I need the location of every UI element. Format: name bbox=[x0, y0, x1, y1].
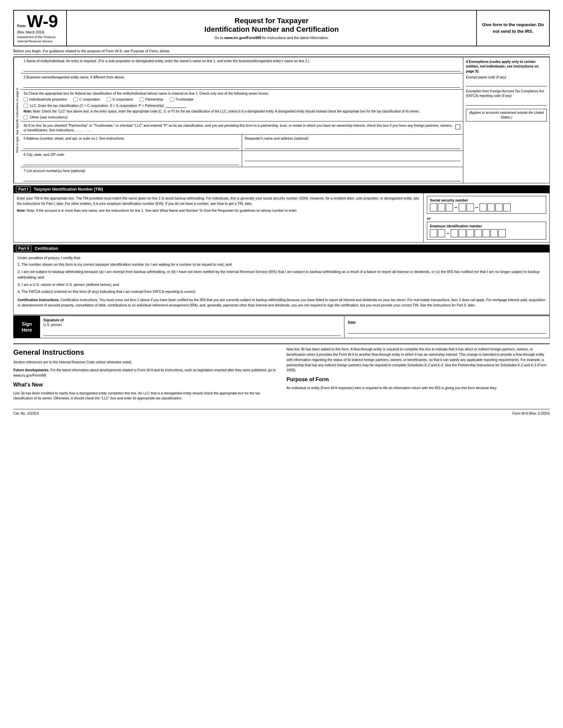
ssn-cell-8[interactable] bbox=[495, 204, 503, 211]
ssn-cell-2[interactable] bbox=[438, 204, 445, 211]
ein-label: Employer identification number bbox=[430, 224, 543, 228]
line6-row: 6 City, state, and ZIP code bbox=[21, 151, 242, 167]
part2-label: Part II bbox=[16, 246, 31, 251]
tax-classification-checkboxes: Individual/sole proprietor C corporation… bbox=[23, 97, 460, 102]
ssn-cell-1[interactable] bbox=[430, 204, 437, 211]
header-url: Go to www.irs.gov/FormW9 for instruction… bbox=[214, 36, 329, 40]
ccorp-checkbox[interactable] bbox=[73, 97, 78, 102]
ein-box: Employer identification number – bbox=[427, 222, 546, 240]
individual-label: Individual/sole proprietor bbox=[29, 97, 67, 101]
ein-cell-2[interactable] bbox=[438, 229, 445, 237]
ein-cell-5[interactable] bbox=[467, 229, 474, 237]
ein-cell-9[interactable] bbox=[498, 229, 506, 237]
ssn-cell-7[interactable] bbox=[488, 204, 495, 211]
exemptions-header: 4 Exemptions (codes apply only to certai… bbox=[466, 59, 547, 74]
cert-item3: 3. I am a U.S. citizen or other U.S. per… bbox=[18, 282, 545, 288]
title-line1: Request for Taxpayer bbox=[234, 17, 308, 25]
side-label: Print or type. See Specific Instructions… bbox=[14, 57, 21, 183]
llc-label: LLC. Enter the tax classification (C = C… bbox=[30, 104, 164, 108]
date-field: Date bbox=[345, 318, 549, 336]
purpose-title: Purpose of Form bbox=[287, 376, 550, 384]
requester-address: Requester's name and address (optional) bbox=[242, 135, 463, 151]
ein-cell-1[interactable] bbox=[430, 229, 437, 237]
ssn-cell-6[interactable] bbox=[480, 204, 487, 211]
ssn-label: Social security number bbox=[430, 198, 543, 202]
line6-input-line[interactable] bbox=[23, 158, 239, 165]
ccorp-label: C corporation bbox=[79, 97, 100, 101]
requester-address-line2-input[interactable] bbox=[245, 154, 460, 161]
ssn-seg2 bbox=[459, 204, 474, 211]
ssn-cell-9[interactable] bbox=[503, 204, 511, 211]
ein-fields: – bbox=[430, 229, 543, 237]
signature-line[interactable] bbox=[43, 328, 341, 336]
form-label: Form bbox=[17, 24, 25, 28]
ssn-box: Social security number – – bbox=[427, 196, 546, 214]
scorp-checkbox[interactable] bbox=[107, 97, 111, 102]
llc-checkbox[interactable] bbox=[23, 104, 28, 108]
checkbox-individual: Individual/sole proprietor bbox=[23, 97, 67, 102]
whats-new-title: What's New bbox=[13, 381, 276, 389]
gen-inst-left: General Instructions Section references … bbox=[13, 347, 276, 404]
form-body: Print or type. See Specific Instructions… bbox=[13, 57, 550, 183]
future-dev-text: For the latest information about develop… bbox=[13, 368, 276, 377]
requester-address-line2 bbox=[242, 151, 463, 167]
dept-line2: Internal Revenue Service bbox=[17, 39, 63, 43]
requester-input-line[interactable] bbox=[245, 142, 460, 149]
gen-inst-intro: Section references are to the Internal R… bbox=[13, 360, 276, 365]
dept-line1: Department of the Treasury bbox=[17, 35, 63, 39]
checkbox-trust: Trust/estate bbox=[170, 97, 194, 102]
checkbox-scorp: S corporation bbox=[107, 97, 133, 102]
ein-cell-4[interactable] bbox=[459, 229, 466, 237]
partnership-label: Partnership bbox=[145, 97, 163, 101]
exemptions-column: 4 Exemptions (codes apply only to certai… bbox=[463, 57, 549, 183]
signature-field: Signature of U.S. person bbox=[40, 316, 345, 338]
ssn-seg3 bbox=[480, 204, 511, 211]
rev-date: (Rev. March 2024) bbox=[17, 30, 63, 34]
cert-items: 1. The number shown on this form is my c… bbox=[18, 262, 545, 295]
ssn-cell-3[interactable] bbox=[446, 204, 453, 211]
date-line[interactable] bbox=[348, 326, 546, 334]
signature-label: Signature of bbox=[43, 318, 341, 322]
partnership-checkbox[interactable] bbox=[140, 97, 144, 102]
tin-boxes: Social security number – – bbox=[424, 193, 549, 242]
part1-title: Taxpayer Identification Number (TIN) bbox=[34, 187, 103, 192]
individual-checkbox[interactable] bbox=[23, 97, 28, 102]
ein-cell-6[interactable] bbox=[475, 229, 482, 237]
cat-no: Cat. No. 10231X bbox=[13, 411, 39, 415]
ein-seg1 bbox=[430, 229, 445, 237]
ein-cell-8[interactable] bbox=[491, 229, 498, 237]
line5-input-line[interactable] bbox=[23, 142, 239, 149]
line7-label: 7 List account number(s) here (optional) bbox=[23, 169, 460, 173]
llc-code-input[interactable] bbox=[166, 104, 186, 108]
cert-intro: Under penalties of perjury, I certify th… bbox=[18, 256, 545, 260]
ein-cell-7[interactable] bbox=[483, 229, 490, 237]
general-instructions: General Instructions Section references … bbox=[13, 343, 550, 404]
date-label: Date bbox=[348, 320, 546, 324]
new-line3b-text: New line 3b has been added to this form.… bbox=[287, 347, 550, 373]
payee-label: Exempt payee code (if any) bbox=[466, 75, 547, 80]
payee-code-line[interactable] bbox=[466, 80, 547, 86]
ein-cell-3[interactable] bbox=[451, 229, 458, 237]
line7-input-line[interactable] bbox=[23, 174, 460, 181]
other-checkbox[interactable] bbox=[23, 115, 28, 119]
form-logo: Form W-9 bbox=[17, 13, 63, 30]
ssn-seg1 bbox=[430, 204, 453, 211]
line5-label: 5 Address (number, street, and apt. or s… bbox=[23, 136, 239, 140]
part1-label: Part I bbox=[16, 186, 30, 192]
tin-section: Enter your TIN in the appropriate box. T… bbox=[13, 193, 550, 243]
line1-label: 1 Name of entity/individual. An entry is… bbox=[23, 59, 460, 63]
trust-label: Trust/estate bbox=[175, 97, 194, 101]
line1-row: 1 Name of entity/individual. An entry is… bbox=[21, 57, 463, 73]
signature-sub: U.S. person bbox=[43, 323, 341, 327]
ssn-cell-5[interactable] bbox=[467, 204, 474, 211]
fatca-code-line[interactable] bbox=[466, 100, 547, 106]
checkbox-partnership: Partnership bbox=[140, 97, 163, 102]
line1-input-line[interactable] bbox=[23, 64, 460, 71]
line2-label: 2 Business name/disregarded entity name,… bbox=[23, 75, 460, 79]
page-footer: Cat. No. 10231X Form W-9 (Rev. 3-2024) bbox=[13, 409, 550, 415]
ssn-cell-4[interactable] bbox=[459, 204, 466, 211]
trust-checkbox[interactable] bbox=[170, 97, 174, 102]
line2-input-line[interactable] bbox=[23, 80, 460, 88]
line3b-checkbox[interactable] bbox=[455, 124, 460, 129]
header-left: Form W-9 (Rev. March 2024) Department of… bbox=[14, 11, 67, 46]
